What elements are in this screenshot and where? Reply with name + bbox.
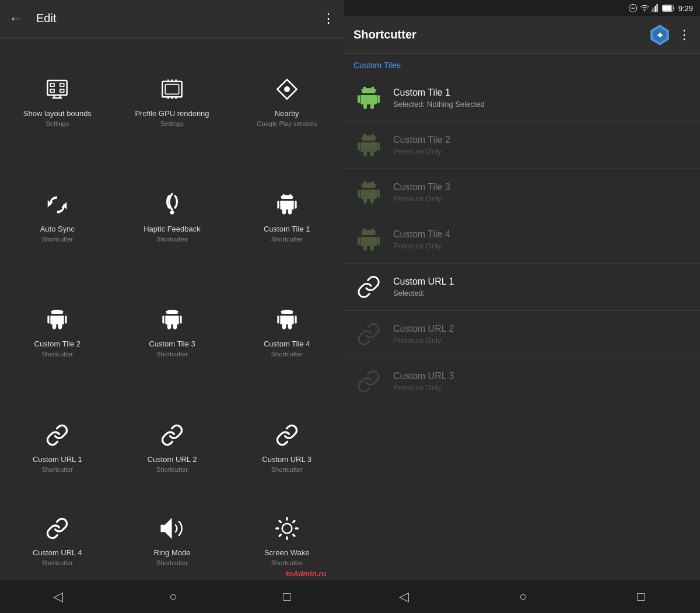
svg-rect-37	[654, 6, 656, 12]
left-header: ← Edit ⋮	[0, 0, 344, 37]
tile-sub: Shortcutter	[41, 236, 73, 243]
tile-custom-tile-1[interactable]: Custom Tile 1 Shortcutter	[229, 159, 344, 274]
list-item-sub: Selected:	[393, 289, 454, 297]
tile-haptic-feedback[interactable]: Haptic Feedback Shortcutter	[115, 159, 230, 274]
back-button[interactable]: ←	[9, 11, 22, 26]
list-container: Custom Tile 1 Selected: Nothing Selected…	[344, 75, 700, 580]
tile-name: Ring Mode	[154, 548, 191, 558]
tile-sub: Google Play services	[257, 120, 317, 127]
android-icon-4	[272, 304, 302, 335]
tile-custom-url-3[interactable]: Custom URL 3 Shortcutter	[229, 389, 344, 505]
tiles-grid: Show layout bounds Settings Profile GPU …	[0, 38, 344, 580]
tile-profile-gpu[interactable]: Profile GPU rendering Settings	[115, 43, 230, 159]
svg-point-17	[170, 211, 174, 215]
tile-custom-tile-3[interactable]: Custom Tile 3 Shortcutter	[115, 274, 230, 389]
tile-sub: Shortcutter	[156, 559, 188, 566]
tile-name: Custom Tile 4	[264, 339, 310, 349]
list-item-title: Custom Tile 3	[393, 182, 450, 192]
svg-marker-22	[162, 520, 172, 537]
list-item-custom-tile-1[interactable]: Custom Tile 1 Selected: Nothing Selected	[344, 75, 700, 122]
status-icons	[628, 3, 675, 13]
tile-custom-url-4[interactable]: Custom URL 4 Shortcutter	[0, 504, 115, 576]
list-item-custom-tile-3[interactable]: Custom Tile 3 Premium Only	[344, 169, 700, 216]
list-item-title: Custom Tile 2	[393, 135, 450, 145]
list-item-custom-url-2[interactable]: Custom URL 2 Premium Only	[344, 311, 700, 358]
svg-text:✦: ✦	[656, 30, 664, 40]
tile-show-layout-bounds[interactable]: Show layout bounds Settings	[0, 43, 115, 159]
tile-name: Profile GPU rendering	[135, 109, 209, 119]
link-icon-3	[272, 420, 302, 450]
svg-point-51	[372, 181, 374, 184]
more-menu-button[interactable]: ⋮	[322, 11, 335, 26]
svg-point-52	[363, 229, 366, 232]
left-nav-bar: ◁ ○ □	[0, 580, 344, 613]
tile-auto-sync[interactable]: Auto Sync Shortcutter	[0, 159, 115, 274]
list-item-text-1: Custom Tile 1 Selected: Nothing Selected	[393, 87, 485, 108]
svg-point-23	[282, 524, 292, 534]
list-item-sub: Premium Only	[393, 147, 450, 156]
link-icon-list-3	[354, 366, 384, 397]
nearby-icon	[272, 74, 302, 104]
list-item-custom-tile-2[interactable]: Custom Tile 2 Premium Only	[344, 122, 700, 169]
tile-name: Auto Sync	[40, 225, 75, 234]
tile-name: Show layout bounds	[23, 109, 92, 119]
right-title: Shortcutter	[354, 28, 642, 41]
svg-rect-38	[656, 4, 657, 12]
right-home-nav-button[interactable]: ○	[508, 582, 538, 611]
tile-name: Custom URL 1	[33, 455, 82, 465]
android-icon-list-2	[354, 130, 384, 160]
tile-sub: Shortcutter	[156, 236, 188, 243]
tile-name: Custom Tile 1	[264, 225, 310, 234]
android-icon-list-3	[354, 177, 384, 208]
back-nav-button[interactable]: ◁	[41, 582, 75, 611]
tile-sub: Shortcutter	[271, 236, 303, 243]
tile-sub: Shortcutter	[156, 351, 188, 358]
android-icon-list-4	[354, 225, 384, 255]
svg-rect-1	[51, 83, 55, 86]
svg-line-31	[293, 521, 294, 522]
list-item-custom-tile-4[interactable]: Custom Tile 4 Premium Only	[344, 216, 700, 264]
home-nav-button[interactable]: ○	[158, 582, 188, 611]
recent-nav-button[interactable]: □	[272, 582, 303, 611]
tile-sub: Shortcutter	[271, 559, 303, 566]
svg-point-50	[363, 181, 366, 184]
tile-sub: Shortcutter	[41, 351, 73, 358]
tile-custom-url-1[interactable]: Custom URL 1 Shortcutter	[0, 389, 115, 505]
list-item-custom-url-3[interactable]: Custom URL 3 Premium Only	[344, 358, 700, 405]
right-more-button[interactable]: ⋮	[678, 27, 691, 43]
svg-line-26	[279, 521, 281, 522]
link-icon-list-2	[354, 319, 384, 349]
tile-custom-tile-2[interactable]: Custom Tile 2 Shortcutter	[0, 274, 115, 389]
tile-custom-tile-4[interactable]: Custom Tile 4 Shortcutter	[229, 274, 344, 389]
tile-sub: Shortcutter	[271, 466, 303, 473]
list-item-text-4: Custom Tile 4 Premium Only	[393, 229, 450, 250]
tile-screen-wake[interactable]: Screen Wake Shortcutter	[229, 504, 344, 576]
tile-nearby[interactable]: Nearby Google Play services	[229, 43, 344, 159]
right-recent-nav-button[interactable]: □	[625, 582, 656, 611]
svg-rect-9	[165, 85, 178, 94]
tile-custom-url-2[interactable]: Custom URL 2 Shortcutter	[115, 389, 230, 505]
section-label: Custom Tiles	[344, 54, 700, 75]
svg-point-49	[372, 134, 374, 137]
svg-rect-2	[60, 83, 64, 86]
screen-icon	[42, 74, 72, 104]
tile-sub: Shortcutter	[156, 466, 188, 473]
list-item-sub: Premium Only	[393, 336, 454, 345]
tile-ring-mode[interactable]: Ring Mode Shortcutter	[115, 504, 230, 576]
tile-name: Custom Tile 2	[34, 339, 80, 349]
right-back-nav-button[interactable]: ◁	[387, 582, 421, 611]
time-display: 9:29	[678, 4, 693, 13]
list-item-text-6: Custom URL 2 Premium Only	[393, 324, 454, 345]
left-panel: ← Edit ⋮ Show layout bounds Settings Pro…	[0, 0, 344, 613]
link-icon-2	[157, 420, 187, 450]
list-item-title: Custom URL 3	[393, 371, 454, 381]
tile-name: Nearby	[275, 109, 299, 119]
tile-sub: Shortcutter	[41, 559, 73, 566]
list-item-title: Custom URL 1	[393, 276, 454, 287]
list-item-title: Custom URL 2	[393, 324, 454, 334]
list-item-text-7: Custom URL 3 Premium Only	[393, 371, 454, 392]
list-item-custom-url-1[interactable]: Custom URL 1 Selected:	[344, 264, 700, 311]
link-icon-list-1	[354, 272, 384, 302]
tile-name: Custom Tile 3	[149, 339, 195, 349]
right-nav-bar: ◁ ○ □	[344, 580, 700, 613]
